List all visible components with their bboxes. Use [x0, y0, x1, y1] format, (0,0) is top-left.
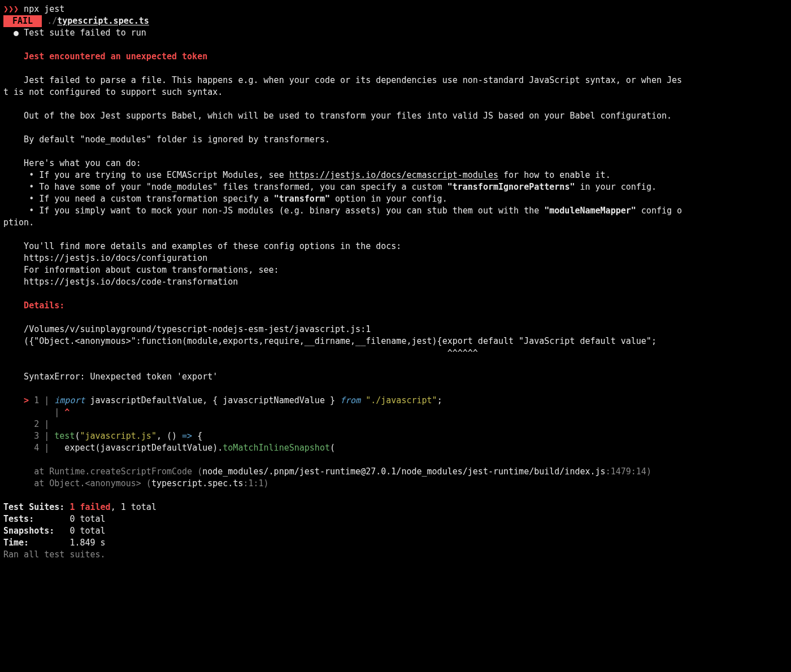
para-2: Out of the box Jest supports Babel, whic… — [24, 111, 672, 121]
bullet-1-link[interactable]: https://jestjs.io/docs/ecmascript-module… — [289, 170, 498, 180]
details-heading: Details: — [24, 300, 64, 311]
prompt-line: ❯❯❯ npx jest — [3, 3, 788, 15]
gutter-arrow: > — [24, 395, 29, 405]
bullet-icon: • — [24, 170, 39, 180]
test-path-dim: ./ — [42, 16, 57, 26]
prompt-chevrons: ❯❯❯ — [3, 4, 19, 14]
bullet-icon: • — [24, 182, 39, 192]
summary-time: Time: 1.849 s — [3, 537, 788, 549]
bullet-4-bold: "moduleNameMapper" — [544, 206, 636, 216]
summary-tests: Tests: 0 total — [3, 513, 788, 525]
bullet-2a: To have some of your "node_modules" file… — [39, 182, 447, 192]
error-heading: Jest encountered an unexpected token — [24, 51, 207, 62]
suite-failed-text: Test suite failed to run — [24, 28, 146, 38]
wrapped-code: ({"Object.<anonymous>":function(module,e… — [24, 336, 657, 346]
docs-link-2[interactable]: https://jestjs.io/docs/code-transformati… — [24, 277, 238, 287]
code-line-1: > 1 | import javascriptDefaultValue, { j… — [3, 395, 788, 407]
summary-suites: Test Suites: 1 failed, 1 total — [3, 501, 788, 513]
fail-badge: FAIL — [3, 15, 42, 27]
bullet-2b: in your config. — [575, 182, 657, 192]
para-1b: t is not configured to support such synt… — [3, 87, 223, 97]
fail-line: FAIL ./typescript.spec.ts — [3, 15, 788, 27]
bullet-2-bold: "transformIgnorePatterns" — [447, 182, 575, 192]
bullet-3-bold: "transform" — [274, 194, 330, 204]
test-file: typescript.spec.ts — [57, 16, 149, 26]
bullet-1b: for how to enable it. — [498, 170, 611, 180]
bullet-4b: config o — [636, 206, 682, 216]
para-3: By default "node_modules" folder is igno… — [24, 134, 330, 145]
para-6: For information about custom transformat… — [24, 265, 279, 275]
syntax-error: SyntaxError: Unexpected token 'export' — [24, 372, 218, 382]
stack-line-1: at Runtime.createScriptFromCode (node_mo… — [3, 466, 788, 478]
bullet-4a: If you simply want to mock your non-JS m… — [39, 206, 544, 216]
para-1a: Jest failed to parse a file. This happen… — [24, 75, 682, 85]
bullet-3b: option in your config. — [330, 194, 447, 204]
bullet-icon: ● — [14, 28, 24, 38]
bullet-3a: If you need a custom transformation spec… — [39, 194, 273, 204]
bullet-icon: • — [24, 206, 39, 216]
code-caret-line: | ^ — [3, 407, 788, 418]
summary-ran: Ran all test suites. — [3, 549, 788, 561]
para-5: You'll find more details and examples of… — [24, 241, 401, 251]
stack-line-2: at Object.<anonymous> (typescript.spec.t… — [3, 478, 788, 490]
caret-markers: ^^^^^^ — [447, 348, 478, 358]
para-4: Here's what you can do: — [24, 158, 141, 168]
suite-failed-line: ● Test suite failed to run — [3, 27, 788, 39]
prompt-command: npx jest — [19, 4, 64, 14]
summary-snapshots: Snapshots: 0 total — [3, 525, 788, 537]
file-location: /Volumes/v/suinplayground/typescript-nod… — [24, 324, 371, 334]
caret-pad — [24, 348, 447, 358]
docs-link-1[interactable]: https://jestjs.io/docs/configuration — [24, 253, 207, 263]
bullet-icon: • — [24, 194, 39, 204]
code-line-4: 4 | expect(javascriptDefaultValue).toMat… — [3, 442, 788, 454]
code-line-3: 3 | test("javascript.js", () => { — [3, 430, 788, 442]
bullet-4c: ption. — [3, 217, 34, 228]
bullet-1a: If you are trying to use ECMAScript Modu… — [39, 170, 289, 180]
code-line-2: 2 | — [3, 418, 788, 430]
